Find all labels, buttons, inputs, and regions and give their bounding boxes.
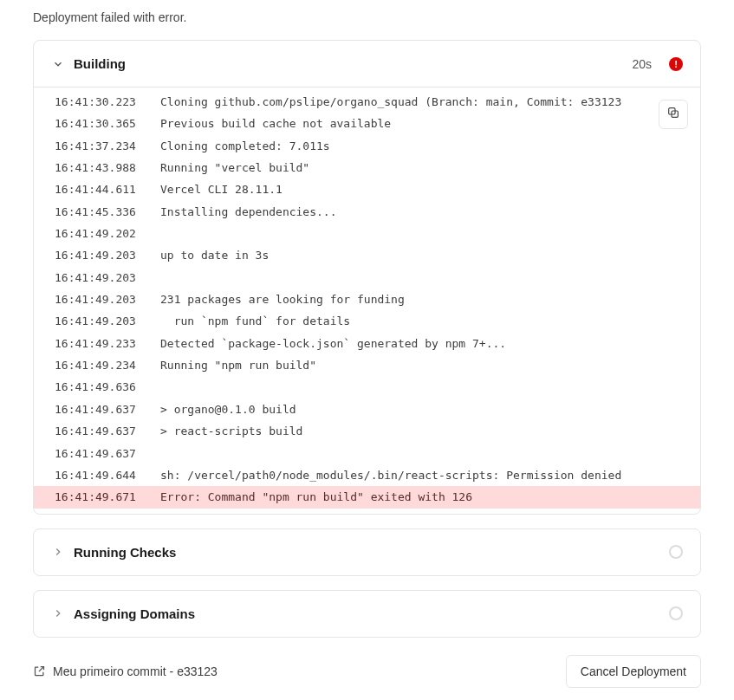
log-message: Running "npm run build" xyxy=(160,354,679,376)
log-timestamp: 16:41:49.637 xyxy=(55,399,160,420)
pending-badge xyxy=(669,606,683,620)
running-checks-header[interactable]: Running Checks xyxy=(34,529,700,575)
log-line: 16:41:49.202 xyxy=(34,223,700,244)
log-timestamp: 16:41:44.611 xyxy=(55,178,160,200)
log-message: Detected `package-lock.json` generated b… xyxy=(160,333,679,354)
chevron-right-icon xyxy=(51,545,65,559)
copy-button[interactable] xyxy=(659,100,688,129)
log-timestamp: 16:41:49.637 xyxy=(55,420,160,442)
log-message: > react-scripts build xyxy=(160,420,679,442)
log-timestamp: 16:41:49.203 xyxy=(55,244,160,266)
log-message: sh: /vercel/path0/node_modules/.bin/reac… xyxy=(160,464,679,486)
log-timestamp: 16:41:49.636 xyxy=(55,376,160,398)
log-timestamp: 16:41:45.336 xyxy=(55,201,160,223)
log-line: 16:41:37.234Cloning completed: 7.011s xyxy=(34,135,700,157)
log-timestamp: 16:41:37.234 xyxy=(55,135,160,157)
chevron-down-icon xyxy=(51,57,65,71)
commit-link[interactable]: Meu primeiro commit - e33123 xyxy=(33,664,218,678)
log-message: Previous build cache not available xyxy=(160,113,679,134)
log-line: 16:41:49.637> react-scripts build xyxy=(34,420,700,442)
external-link-icon xyxy=(33,664,46,677)
log-timestamp: 16:41:49.671 xyxy=(55,486,160,508)
log-message: Cloning completed: 7.011s xyxy=(160,135,679,157)
log-timestamp: 16:41:49.234 xyxy=(55,354,160,376)
footer: Meu primeiro commit - e33123 Cancel Depl… xyxy=(33,651,701,688)
error-badge: ! xyxy=(669,57,683,71)
log-line: 16:41:49.637> organo@0.1.0 build xyxy=(34,399,700,420)
commit-label: Meu primeiro commit - e33123 xyxy=(53,664,218,678)
log-timestamp: 16:41:49.644 xyxy=(55,464,160,486)
chevron-right-icon xyxy=(51,606,65,620)
log-timestamp: 16:41:49.203 xyxy=(55,310,160,332)
log-timestamp: 16:41:43.988 xyxy=(55,157,160,178)
log-line: 16:41:44.611Vercel CLI 28.11.1 xyxy=(34,178,700,200)
pending-badge xyxy=(669,545,683,559)
log-message xyxy=(160,223,679,244)
log-line: 16:41:49.234Running "npm run build" xyxy=(34,354,700,376)
log-message: Vercel CLI 28.11.1 xyxy=(160,178,679,200)
log-message: > organo@0.1.0 build xyxy=(160,399,679,420)
log-message: Installing dependencies... xyxy=(160,201,679,223)
log-message xyxy=(160,267,679,288)
assigning-domains-header[interactable]: Assigning Domains xyxy=(34,591,700,637)
log-timestamp: 16:41:49.233 xyxy=(55,333,160,354)
log-line: 16:41:49.644sh: /vercel/path0/node_modul… xyxy=(34,464,700,486)
log-message: Cloning github.com/pslipe/organo_squad (… xyxy=(160,91,679,113)
log-timestamp: 16:41:49.637 xyxy=(55,443,160,464)
log-timestamp: 16:41:30.365 xyxy=(55,113,160,134)
log-line-error: 16:41:49.671Error: Command "npm run buil… xyxy=(34,486,700,508)
log-line: 16:41:49.637 xyxy=(34,443,700,464)
log-message xyxy=(160,376,679,398)
log-timestamp: 16:41:49.203 xyxy=(55,267,160,288)
log-message: 231 packages are looking for funding xyxy=(160,288,679,310)
building-duration: 20s xyxy=(632,57,652,71)
build-log: 16:41:30.223Cloning github.com/pslipe/or… xyxy=(34,87,700,514)
assigning-domains-panel: Assigning Domains xyxy=(33,590,701,638)
building-header[interactable]: Building 20s ! xyxy=(34,41,700,87)
log-message: Running "vercel build" xyxy=(160,157,679,178)
log-line: 16:41:49.203up to date in 3s xyxy=(34,244,700,266)
log-line: 16:41:43.988Running "vercel build" xyxy=(34,157,700,178)
log-line: 16:41:49.203231 packages are looking for… xyxy=(34,288,700,310)
status-message: Deployment failed with error. xyxy=(33,0,701,40)
log-message: run `npm fund` for details xyxy=(160,310,679,332)
copy-icon xyxy=(666,106,680,123)
running-checks-title: Running Checks xyxy=(74,545,652,560)
building-title: Building xyxy=(74,56,623,71)
assigning-domains-title: Assigning Domains xyxy=(74,606,652,621)
building-panel: Building 20s ! 16:41:30.223Cloning githu… xyxy=(33,40,701,515)
log-message: Error: Command "npm run build" exited wi… xyxy=(160,486,679,508)
log-line: 16:41:49.203 xyxy=(34,267,700,288)
log-line: 16:41:49.233Detected `package-lock.json`… xyxy=(34,333,700,354)
log-message xyxy=(160,443,679,464)
log-timestamp: 16:41:49.202 xyxy=(55,223,160,244)
log-line: 16:41:30.223Cloning github.com/pslipe/or… xyxy=(34,91,700,113)
log-line: 16:41:49.203 run `npm fund` for details xyxy=(34,310,700,332)
log-line: 16:41:45.336Installing dependencies... xyxy=(34,201,700,223)
log-message: up to date in 3s xyxy=(160,244,679,266)
running-checks-panel: Running Checks xyxy=(33,528,701,576)
cancel-deployment-button[interactable]: Cancel Deployment xyxy=(566,655,701,688)
log-timestamp: 16:41:49.203 xyxy=(55,288,160,310)
log-line: 16:41:49.636 xyxy=(34,376,700,398)
log-timestamp: 16:41:30.223 xyxy=(55,91,160,113)
log-line: 16:41:30.365Previous build cache not ava… xyxy=(34,113,700,134)
